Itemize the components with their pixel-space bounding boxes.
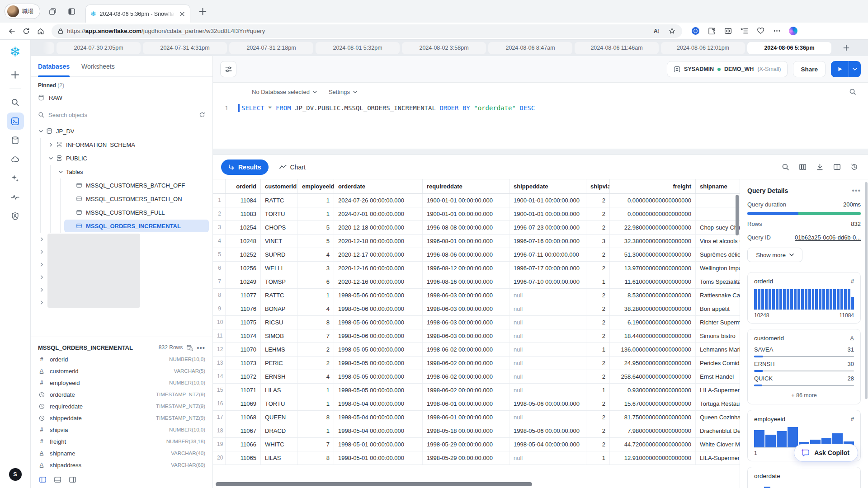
table-row[interactable]: 811077RATTC11998-05-06 00:00:00.0001998-… xyxy=(213,289,740,302)
toggle-bottom-panel-icon[interactable] xyxy=(54,476,61,483)
user-avatar[interactable]: S xyxy=(9,468,22,481)
query-id-link[interactable]: 01b62a25-0c06-dd6b-0... xyxy=(795,234,861,241)
column-header[interactable] xyxy=(213,179,226,193)
column-header-freight[interactable]: freight xyxy=(610,179,696,193)
query-details-menu-icon[interactable]: ••• xyxy=(852,187,861,195)
copilot-icon[interactable] xyxy=(786,24,800,38)
table-row[interactable]: 1111074SIMOB71998-05-06 00:00:00.0001998… xyxy=(213,329,740,343)
tree-item[interactable]: MSSQL_CUSTOMERS_BATCH_OFF xyxy=(31,178,212,192)
pinned-item-raw[interactable]: RAW xyxy=(31,90,212,105)
reload-icon[interactable] xyxy=(19,24,33,38)
table-row[interactable]: 310254CHOPS52020-12-18 00:00:00.0001996-… xyxy=(213,221,740,235)
data-nav-icon[interactable] xyxy=(7,131,24,149)
show-more-button[interactable]: Show more xyxy=(747,248,802,262)
chevron-down-icon[interactable] xyxy=(57,170,64,174)
display-settings-button[interactable] xyxy=(220,61,236,77)
schema-column-row[interactable]: shippeddateTIMESTAMP_NTZ(9) xyxy=(38,412,205,424)
table-row[interactable]: 1711068QUEEN81998-05-04 00:00:00.0001998… xyxy=(213,411,740,424)
worksheet-tab[interactable]: 2024-08-06 12:01pm xyxy=(661,42,745,54)
browser-menu-icon[interactable] xyxy=(770,24,783,38)
worksheet-tab[interactable]: 2024-07-31 4:31pm xyxy=(143,42,227,54)
rows-value-link[interactable]: 832 xyxy=(851,221,861,227)
worksheet-tab[interactable]: 2024-08-06 5:36pm xyxy=(747,42,831,54)
marketplace-nav-icon[interactable] xyxy=(7,150,24,168)
table-row[interactable]: 1411072ERNSH41998-05-05 00:00:00.0001998… xyxy=(213,370,740,384)
chevron-down-icon[interactable] xyxy=(47,156,54,160)
search-results-icon[interactable] xyxy=(782,163,789,171)
play-icon[interactable] xyxy=(831,61,849,77)
worksheet-tab[interactable]: 2024-07-30 2:05pm xyxy=(57,42,141,54)
search-nav-icon[interactable] xyxy=(7,94,24,111)
tab-databases[interactable]: Databases xyxy=(38,56,70,76)
more-values-link[interactable]: + 86 more xyxy=(754,392,854,399)
back-icon[interactable] xyxy=(5,24,19,38)
database-selector[interactable]: No Database selected xyxy=(252,89,317,95)
tree-item[interactable]: JP_DV xyxy=(31,124,212,138)
ai-ml-nav-icon[interactable] xyxy=(7,169,24,187)
table-row[interactable]: 610256WELLI32020-12-16 00:00:00.0001996-… xyxy=(213,262,740,275)
details-scrollbar[interactable] xyxy=(865,182,868,399)
admin-nav-icon[interactable] xyxy=(7,207,24,225)
activity-nav-icon[interactable] xyxy=(7,188,24,206)
column-header-shipvia[interactable]: shipvia xyxy=(586,179,610,193)
extension-icon[interactable] xyxy=(705,24,718,38)
tab-close-icon[interactable] xyxy=(178,10,186,18)
worksheet-tab-partial[interactable] xyxy=(42,42,54,54)
workspaces-icon[interactable] xyxy=(46,5,59,18)
table-row[interactable]: 1611069TORTU11998-05-04 00:00:00.0001998… xyxy=(213,397,740,411)
table-row[interactable]: 410248VINET52020-12-18 00:00:00.0001996-… xyxy=(213,235,740,248)
columns-icon[interactable] xyxy=(799,163,807,171)
preview-table-icon[interactable] xyxy=(186,344,193,351)
toggle-left-panel-icon[interactable] xyxy=(39,476,47,483)
chevron-right-icon[interactable] xyxy=(47,143,54,147)
browser-profile-chip[interactable]: 職場 xyxy=(5,4,40,19)
worksheet-tab[interactable]: 2024-08-01 5:32pm xyxy=(316,42,400,54)
tree-item[interactable]: MSSQL_CUSTOMERS_FULL xyxy=(31,206,212,219)
chevron-right-icon[interactable] xyxy=(40,288,44,292)
chevron-down-icon[interactable] xyxy=(37,129,44,133)
schema-column-row[interactable]: AshipaddressVARCHAR(60) xyxy=(38,459,205,471)
favorite-star-icon[interactable] xyxy=(666,25,678,37)
table-row[interactable]: 1511071LILAS11998-05-05 00:00:00.0001998… xyxy=(213,384,740,397)
read-aloud-icon[interactable]: A) xyxy=(651,25,662,37)
column-stats-card-orderdate[interactable]: orderdate xyxy=(747,467,861,488)
chart-tab[interactable]: Chart xyxy=(279,164,306,171)
schema-more-icon[interactable]: ••• xyxy=(197,344,205,352)
chevron-right-icon[interactable] xyxy=(40,263,44,267)
schema-column-row[interactable]: #orderidNUMBER(10,0) xyxy=(38,353,205,365)
table-row[interactable]: 710249TOMSP62020-12-16 00:00:00.0001996-… xyxy=(213,275,740,289)
browser-tab[interactable]: ❄ 2024-08-06 5:36pm - Snowfla xyxy=(85,5,190,23)
new-worksheet-icon[interactable] xyxy=(7,66,24,83)
column-header-shipname[interactable]: shipname xyxy=(696,179,740,193)
table-row[interactable]: 510252SUPRD42020-12-17 00:00:00.0001996-… xyxy=(213,248,740,262)
table-row[interactable]: 2011065LILAS81998-05-01 00:00:00.0001998… xyxy=(213,451,740,465)
editor-results-splitter[interactable] xyxy=(213,149,868,155)
chevron-right-icon[interactable] xyxy=(40,275,44,279)
tree-item[interactable]: Tables xyxy=(31,165,212,178)
table-row[interactable]: 911076BONAP41998-05-06 00:00:00.0001998-… xyxy=(213,302,740,316)
snowflake-logo[interactable]: ❄ xyxy=(9,45,21,59)
chevron-right-icon[interactable] xyxy=(40,300,44,305)
worksheets-nav-icon[interactable] xyxy=(7,113,24,130)
column-stats-card-orderid[interactable]: orderid#1024811084 xyxy=(747,272,861,324)
table-row[interactable]: 1811067DRACD11998-05-04 00:00:00.0001998… xyxy=(213,424,740,438)
editor-search-icon[interactable] xyxy=(849,88,856,95)
column-header-shippeddate[interactable]: shippeddate xyxy=(509,179,586,193)
new-tab-icon[interactable] xyxy=(196,5,209,18)
settings-dropdown[interactable]: Settings xyxy=(329,89,357,95)
tab-worksheets[interactable]: Worksheets xyxy=(81,56,115,76)
worksheet-tab[interactable]: 2024-08-02 3:58pm xyxy=(402,42,486,54)
context-selector[interactable]: SYSADMIN DEMO_WH (X-Small) xyxy=(667,61,788,77)
search-objects-input[interactable]: Search objects xyxy=(31,105,212,124)
chevron-right-icon[interactable] xyxy=(40,237,44,241)
onepassword-icon[interactable] xyxy=(689,24,702,38)
table-row[interactable]: 211083TORTU12024-07-01 00:00:00.0001900-… xyxy=(213,207,740,221)
schema-column-row[interactable]: AshipnameVARCHAR(40) xyxy=(38,447,205,459)
table-row[interactable]: 1311073PERIC21998-05-05 00:00:00.0001998… xyxy=(213,357,740,370)
tree-item[interactable]: MSSQL_ORDERS_INCREMENTAL xyxy=(31,219,212,233)
column-header-requireddate[interactable]: requireddate xyxy=(423,179,509,193)
column-header-orderid[interactable]: orderid xyxy=(226,179,261,193)
schema-column-row[interactable]: AcustomeridVARCHAR(5) xyxy=(38,365,205,377)
tree-item[interactable]: INFORMATION_SCHEMA xyxy=(31,138,212,151)
table-horizontal-scrollbar[interactable] xyxy=(216,482,532,486)
